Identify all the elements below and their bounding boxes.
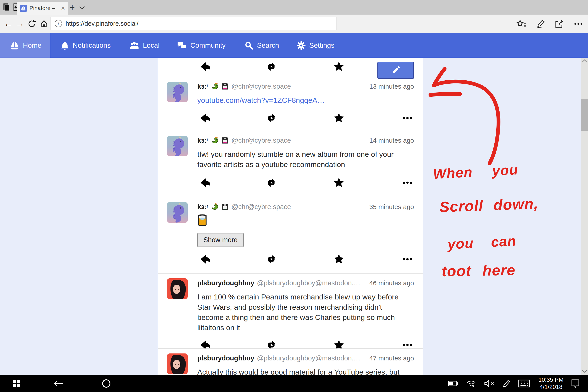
- action-center-button[interactable]: [569, 375, 582, 392]
- speech-bubbles-icon: [177, 41, 187, 50]
- scrollbar-up-icon[interactable]: [582, 59, 587, 62]
- post-timestamp[interactable]: 13 minutes ago: [366, 83, 414, 90]
- avatar[interactable]: [167, 202, 188, 223]
- avatar[interactable]: [167, 136, 188, 156]
- post: plsburydoughboy @plsburydoughboy@mastodo…: [158, 273, 423, 348]
- browser-address-row: ← → i https://dev.pinafore.social/: [0, 14, 588, 33]
- favorite-icon[interactable]: [333, 339, 346, 348]
- post-actions: [197, 112, 414, 124]
- windows-taskbar: 10:35 PM 4/1/2018: [0, 375, 588, 392]
- nav-item-home[interactable]: Home: [10, 33, 42, 58]
- boost-icon[interactable]: [266, 339, 279, 348]
- windows-logo-icon: [13, 380, 20, 388]
- wifi-indicator[interactable]: [465, 375, 477, 392]
- post-handle[interactable]: @plsburydoughboy@mastodon.s…: [257, 279, 364, 287]
- refresh-icon[interactable]: [28, 20, 36, 28]
- reply-icon[interactable]: [199, 112, 212, 124]
- post-handle[interactable]: @chr@cybre.space: [232, 203, 291, 211]
- pen-settings[interactable]: [500, 375, 512, 392]
- boost-icon[interactable]: [266, 177, 279, 188]
- nav-label-settings: Settings: [309, 42, 334, 50]
- web-note-pen-icon[interactable]: [535, 19, 545, 29]
- nav-item-community[interactable]: Community: [177, 33, 226, 58]
- post-handle[interactable]: @chr@cybre.space: [232, 136, 291, 144]
- avatar[interactable]: [167, 82, 188, 102]
- nav-item-local[interactable]: Local: [129, 33, 160, 58]
- share-icon[interactable]: [554, 19, 564, 29]
- browser-tab-bar: Pinafore – Home × +: [0, 0, 588, 14]
- more-options-icon[interactable]: [402, 254, 415, 265]
- browser-more-icon[interactable]: [573, 19, 583, 29]
- post-text: Actually this would be good material for…: [197, 367, 410, 375]
- avatar[interactable]: [167, 354, 188, 374]
- post-timestamp[interactable]: 46 minutes ago: [366, 280, 414, 287]
- home-icon[interactable]: [40, 20, 48, 28]
- show-more-button[interactable]: Show more: [197, 233, 244, 247]
- scrollbar-thumb[interactable]: [581, 99, 588, 131]
- touch-keyboard-button[interactable]: [516, 375, 532, 392]
- post-link[interactable]: youtube.com/watch?v=1ZCF8ngqeA…: [197, 96, 414, 104]
- post-text: I am 100 % certain Peanuts merchandise b…: [197, 292, 410, 333]
- post-author[interactable]: kз:ʳ: [197, 203, 208, 211]
- battery-indicator[interactable]: [447, 375, 459, 392]
- recent-tabs-icon[interactable]: [2, 3, 11, 11]
- start-button[interactable]: [10, 375, 23, 392]
- pen-icon: [502, 379, 510, 388]
- cortana-button[interactable]: [100, 375, 113, 392]
- avatar[interactable]: [167, 278, 188, 299]
- hub-favorites-icon[interactable]: [516, 19, 526, 29]
- address-bar[interactable]: i https://dev.pinafore.social/: [50, 17, 336, 30]
- post: kз:ʳ @chr@cybre.space 35 minutes ago: [158, 197, 423, 273]
- pencil-icon: [391, 66, 400, 75]
- favorite-icon[interactable]: [333, 112, 346, 124]
- reply-icon[interactable]: [199, 254, 212, 265]
- scrollbar-down-icon[interactable]: [582, 370, 587, 373]
- compose-toot-button[interactable]: [378, 62, 414, 79]
- taskbar-clock[interactable]: 10:35 PM 4/1/2018: [535, 376, 567, 391]
- more-options-icon[interactable]: [402, 177, 415, 188]
- boost-icon[interactable]: [266, 112, 279, 124]
- nav-item-notifications[interactable]: Notifications: [60, 33, 111, 58]
- gear-icon: [296, 41, 306, 50]
- favorite-icon[interactable]: [333, 61, 346, 72]
- post-actions: [197, 177, 414, 188]
- post-text: tfw! you randomly stumble on a new album…: [197, 149, 410, 170]
- new-tab-button[interactable]: +: [70, 3, 75, 12]
- post-author[interactable]: plsburydoughboy: [197, 279, 254, 287]
- forward-button[interactable]: →: [16, 18, 24, 28]
- post-author[interactable]: plsburydoughboy: [197, 354, 254, 362]
- favorite-icon[interactable]: [333, 177, 346, 188]
- tab-list-chevron-icon[interactable]: [79, 6, 85, 10]
- back-button[interactable]: ←: [4, 18, 13, 28]
- reply-icon[interactable]: [199, 339, 212, 348]
- reply-icon[interactable]: [199, 61, 212, 72]
- browser-tab[interactable]: Pinafore – Home ×: [17, 2, 68, 14]
- floppy-disk-emoji: [222, 83, 229, 90]
- volume-muted-indicator[interactable]: [483, 375, 496, 392]
- post-author[interactable]: kз:ʳ: [197, 136, 208, 144]
- boost-icon[interactable]: [266, 61, 279, 72]
- post-timestamp[interactable]: 35 minutes ago: [366, 203, 414, 210]
- annotation-line-2: Scroll down,: [439, 195, 539, 216]
- post-handle[interactable]: @chr@cybre.space: [232, 82, 291, 90]
- floppy-disk-emoji: [222, 137, 229, 144]
- post-author[interactable]: kз:ʳ: [197, 82, 208, 90]
- more-options-icon[interactable]: [402, 339, 415, 348]
- more-options-icon[interactable]: [402, 112, 415, 124]
- taskbar-back-button[interactable]: [52, 375, 65, 392]
- battery-icon: [448, 381, 458, 386]
- nav-item-settings[interactable]: Settings: [296, 33, 334, 58]
- site-info-icon[interactable]: i: [55, 20, 62, 27]
- bell-icon: [60, 41, 69, 50]
- favorite-icon[interactable]: [333, 254, 346, 265]
- screen: Pinafore – Home × + ← → i https://dev.pi…: [0, 0, 588, 392]
- keyboard-icon: [518, 380, 530, 388]
- tab-close-icon[interactable]: ×: [59, 4, 65, 12]
- boost-icon[interactable]: [266, 254, 279, 265]
- post-timestamp[interactable]: 47 minutes ago: [366, 354, 414, 362]
- post-timestamp[interactable]: 14 minutes ago: [366, 137, 414, 144]
- reply-icon[interactable]: [199, 177, 212, 188]
- post-handle[interactable]: @plsburydoughboy@mastodon.s…: [257, 354, 364, 362]
- dragon-emoji: [211, 82, 219, 90]
- nav-item-search[interactable]: Search: [244, 33, 279, 58]
